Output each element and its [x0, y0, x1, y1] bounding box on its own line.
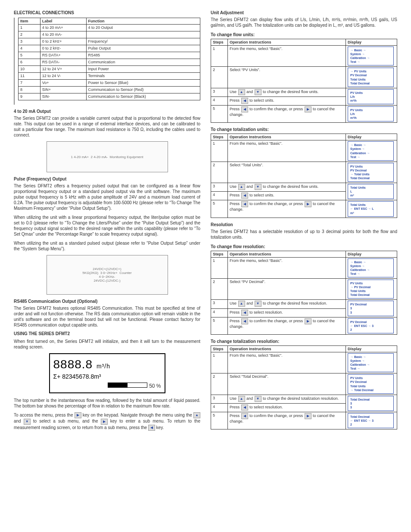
sub-flowres: To change flow resolution:: [211, 244, 397, 249]
display-box: PV UnitsPV DecimalTotal Units→ Total Dec…: [348, 374, 394, 393]
table-total-res: Steps Operation Instructions Display 1Fr…: [211, 345, 397, 429]
right-key-icon: [305, 201, 311, 207]
table-row: 3Use and to change the desired flow unit…: [211, 88, 397, 96]
display-box: PV UnitsPV Decimal→ Total UnitsTotal Dec…: [348, 163, 394, 182]
th-function: Function: [86, 18, 200, 25]
table-row: 2Select “Total Units”.PV UnitsPV Decimal…: [211, 162, 397, 183]
left-key-icon: [241, 98, 248, 104]
th-item: Item: [19, 18, 40, 25]
right-key-icon: [305, 413, 311, 419]
p-using-2: The top number is the instantaneous flow…: [14, 398, 200, 409]
table-row: 2Select “PV Units”.→ PV UnitsPV DecimalT…: [211, 67, 397, 88]
up-key-icon: [238, 396, 245, 402]
up-key-icon: [193, 412, 200, 418]
display-box: PV Units L/h m³/h: [348, 106, 394, 121]
elec-table: Item Label Function 14 to 20 mA+4 to 20 …: [18, 18, 200, 100]
table-row: 3Use and to change the desired flow reso…: [211, 300, 397, 308]
right-key-icon: [75, 412, 81, 418]
p-420: The Series DFMT2 can provide a variable …: [14, 115, 200, 138]
p-using-1: When first turned on, the Series DFMT2 w…: [14, 339, 200, 350]
left-key-icon: [241, 106, 248, 112]
left-column: ELECTRICAL CONNECTIONS Item Label Functi…: [14, 10, 200, 434]
p-unitadj: The Series DFMT2 can display flow units …: [211, 17, 397, 28]
left-key-icon: [241, 318, 248, 324]
table-row: 5Press to confirm the change, or press t…: [211, 200, 397, 218]
table-row: 3Use and to change the desired totalizat…: [211, 395, 397, 403]
table-row: 1From the menu, select “Basic”.→ Basic →…: [211, 257, 397, 278]
wiring-diagram: [14, 18, 15, 105]
left-key-icon: [241, 413, 248, 419]
table-row: 5Press to confirm the change, or press t…: [211, 106, 397, 123]
table-row: 2Select “PV Decimal”.PV Units→ PV Decima…: [211, 279, 397, 300]
display-box: PV Decimal 3 3: [348, 301, 394, 316]
table-row: 3Use and to change the desired flow unit…: [211, 183, 397, 192]
p-rs485: The Series DFMT2 features optional RS485…: [14, 305, 200, 328]
display-box: PV Units L/h m³/h: [348, 89, 394, 104]
table-total-units: Steps Operation Instructions Display 1Fr…: [211, 134, 397, 218]
display-box: → Basic →System →Calibration →Test →: [348, 47, 394, 65]
down-key-icon: [255, 89, 262, 95]
display-box: → Basic →System →Calibration →Test →: [348, 258, 394, 277]
display-box: → Basic →System →Calibration →Test →: [348, 141, 394, 160]
up-key-icon: [238, 301, 245, 307]
display-box: → PV UnitsPV DecimalTotal UnitsTotal Dec…: [348, 68, 394, 87]
up-key-icon: [238, 89, 245, 95]
left-key-icon: [241, 404, 248, 411]
table-row: 1From the menu, select “Basic”.→ Basic →…: [211, 352, 397, 373]
display-box: PV Units→ PV DecimalTotal UnitsTotal Dec…: [348, 280, 394, 299]
right-key-icon: [305, 106, 311, 112]
lcd-screen: 8888.8 m³/h Σ+ 82345678.8m³ 50 %: [49, 353, 165, 393]
sub-pulse: Pulse (Frequency) Output: [14, 177, 200, 181]
diagram-pulse: 24VDC+(12VDC+) 5KΩ(2KΩ) 3 0~2KHz+ Counte…: [47, 255, 168, 295]
p-pulse-3: When utilizing the unit as a standard pu…: [14, 240, 200, 252]
sub-rs485: RS485 Communication Output (Optional): [14, 299, 200, 304]
down-key-icon: [255, 396, 262, 402]
display-box: Total Units L m³: [348, 184, 394, 199]
left-key-icon: [241, 310, 248, 316]
sub-unitadj: Unit Adjustment: [211, 10, 397, 15]
left-key-icon: [148, 425, 155, 431]
p-pulse-2: When utilizing the unit with a linear pr…: [14, 215, 200, 237]
display-box: Total Decimal← ENT ESC → 3 2: [348, 413, 394, 428]
p-using-3: To access the menu, press the key on the…: [14, 412, 200, 431]
diagram-420: 1 4-20 mA+ 2 4-20 mA- Monitoring Equipme…: [47, 141, 168, 172]
th-label: Label: [40, 18, 86, 25]
table-row: 2Select “Total Decimal”.PV UnitsPV Decim…: [211, 373, 397, 395]
p-pulse-1: The Series DFMT2 offers a frequency puls…: [14, 183, 200, 211]
sub-totalres: To change totalization resolution:: [211, 339, 397, 344]
display-box: Total Decimal 3 3: [348, 396, 394, 411]
section-using: USING THE SERIES DFMT2: [14, 331, 200, 336]
right-key-icon: [101, 419, 108, 425]
table-row: 1From the menu, select “Basic”.→ Basic →…: [211, 46, 397, 67]
table-flow-res: Steps Operation Instructions Display 1Fr…: [211, 251, 397, 335]
sub-totalunits: To change totalization units:: [211, 127, 397, 132]
display-box: → Basic →System →Calibration →Test →: [348, 353, 394, 372]
section-electrical: ELECTRICAL CONNECTIONS: [14, 10, 200, 15]
left-key-icon: [241, 201, 248, 207]
right-key-icon: [305, 318, 311, 324]
up-key-icon: [238, 184, 245, 190]
table-row: 1From the menu, select “Basic”.→ Basic →…: [211, 140, 397, 162]
down-key-icon: [24, 419, 31, 425]
left-key-icon: [241, 193, 248, 199]
p-resolution: The Series DFMT2 has a selectable resolu…: [211, 229, 397, 240]
table-row: 5Press to confirm the change, or press t…: [211, 317, 397, 334]
sub-420: 4 to 20 mA Output: [14, 109, 200, 114]
down-key-icon: [255, 184, 262, 190]
display-box: PV Decimal← ENT ESC → 3 2: [348, 318, 394, 333]
sub-resolution: Resolution: [211, 222, 397, 227]
down-key-icon: [255, 301, 262, 307]
table-flow-units: Steps Operation Instructions Display 1Fr…: [211, 39, 397, 123]
right-column: Unit Adjustment The Series DFMT2 can dis…: [211, 10, 397, 434]
table-row: 5Press to confirm the change, or press t…: [211, 412, 397, 429]
display-box: Total Units← ENT ESC → L m³: [348, 201, 394, 216]
sub-flowunits: To change flow units:: [211, 32, 397, 37]
